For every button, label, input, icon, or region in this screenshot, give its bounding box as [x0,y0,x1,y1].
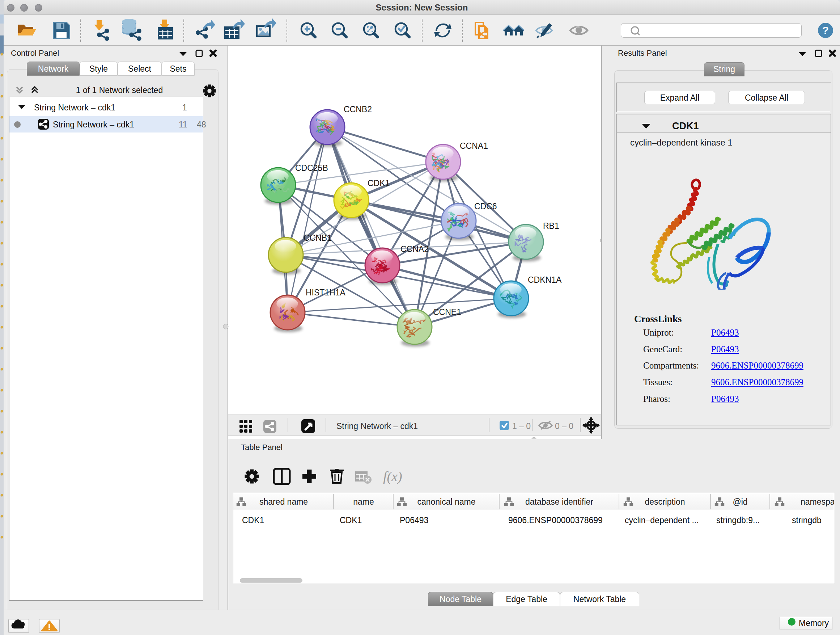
svg-text:1 – 0: 1 – 0 [512,421,531,431]
svg-text:canonical name: canonical name [417,497,475,507]
svg-text:CCNE1: CCNE1 [433,307,461,317]
svg-text:CDC25B: CDC25B [295,163,328,173]
svg-text:CCNB2: CCNB2 [344,105,372,114]
svg-text:CDC6: CDC6 [474,202,497,211]
svg-text:RB1: RB1 [543,221,559,231]
svg-text:database identifier: database identifier [525,497,593,507]
svg-text:description: description [645,497,685,507]
svg-text:CCNA1: CCNA1 [460,141,488,150]
svg-text:namespace: namespace [801,497,834,507]
svg-text:CCNA2: CCNA2 [401,244,429,254]
svg-text:HIST1H1A: HIST1H1A [306,288,346,297]
svg-text:@id: @id [733,497,747,507]
svg-text:f(x): f(x) [383,469,402,485]
svg-text:shared name: shared name [259,497,308,507]
svg-text:CDKN1A: CDKN1A [528,275,562,285]
svg-text:CCNB1: CCNB1 [303,233,332,242]
svg-text:0 – 0: 0 – 0 [555,421,573,431]
svg-text:CDK1: CDK1 [368,179,390,188]
svg-text:name: name [353,497,374,507]
svg-text:?: ? [822,24,829,36]
svg-text:String Network – cdk1: String Network – cdk1 [336,421,418,431]
